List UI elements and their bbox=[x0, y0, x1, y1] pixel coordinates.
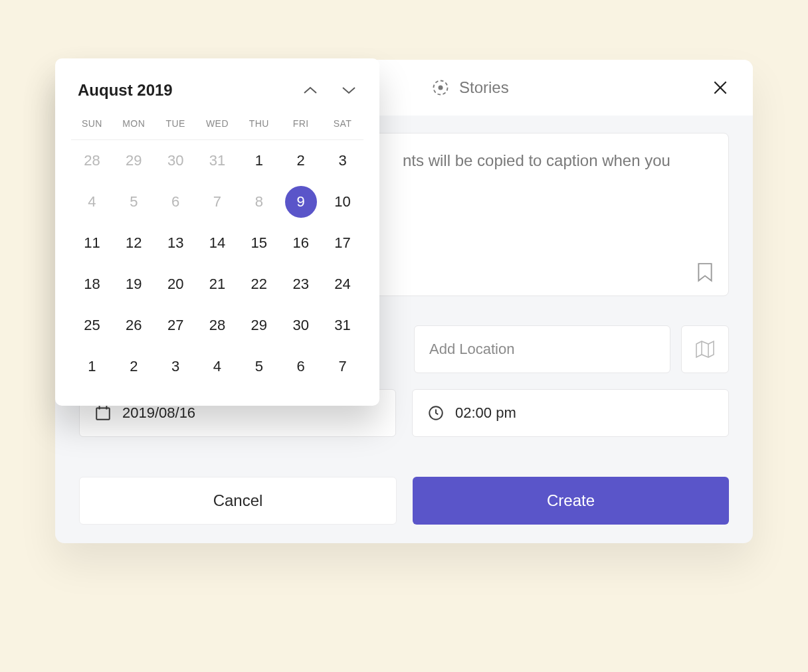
calendar-dow-row: SUNMONTUEWEDTHUFRISAT bbox=[71, 112, 363, 140]
calendar-day[interactable]: 31 bbox=[322, 305, 363, 346]
date-value: 2019/08/16 bbox=[122, 404, 195, 422]
calendar-day[interactable]: 3 bbox=[322, 140, 363, 181]
stories-tab[interactable]: Stories bbox=[431, 78, 509, 97]
calendar-header: Auqust 2019 bbox=[71, 81, 363, 112]
calendar-day[interactable]: 8 bbox=[238, 181, 280, 222]
calendar-day[interactable]: 21 bbox=[197, 264, 239, 305]
calendar-day[interactable]: 30 bbox=[280, 305, 322, 346]
close-icon-button[interactable] bbox=[712, 79, 729, 96]
calendar-day[interactable]: 16 bbox=[280, 222, 322, 264]
calendar-day[interactable]: 27 bbox=[155, 305, 197, 346]
calendar-day[interactable]: 20 bbox=[155, 264, 197, 305]
calendar-day[interactable]: 9 bbox=[280, 181, 322, 222]
action-row: Cancel Create bbox=[79, 477, 729, 525]
calendar-popover: Auqust 2019 SUNMONTUEWEDTHUFRISAT 282930… bbox=[55, 58, 379, 406]
calendar-day[interactable]: 6 bbox=[155, 181, 197, 222]
calendar-day[interactable]: 17 bbox=[322, 222, 363, 264]
calendar-day[interactable]: 19 bbox=[113, 264, 155, 305]
cancel-button[interactable]: Cancel bbox=[79, 477, 397, 525]
calendar-month-title: Auqust 2019 bbox=[78, 81, 302, 100]
calendar-day[interactable]: 2 bbox=[113, 346, 155, 387]
calendar-day[interactable]: 18 bbox=[71, 264, 113, 305]
clock-icon bbox=[427, 404, 445, 422]
calendar-day[interactable]: 7 bbox=[197, 181, 239, 222]
time-field[interactable]: 02:00 pm bbox=[412, 389, 729, 437]
calendar-day[interactable]: 24 bbox=[322, 264, 363, 305]
calendar-day[interactable]: 1 bbox=[71, 346, 113, 387]
calendar-day[interactable]: 1 bbox=[238, 140, 280, 181]
calendar-day[interactable]: 6 bbox=[280, 346, 322, 387]
calendar-day[interactable]: 29 bbox=[113, 140, 155, 181]
map-icon bbox=[695, 340, 715, 359]
calendar-day[interactable]: 3 bbox=[155, 346, 197, 387]
calendar-day[interactable]: 4 bbox=[71, 181, 113, 222]
map-button[interactable] bbox=[681, 325, 729, 373]
stories-label: Stories bbox=[459, 78, 509, 97]
calendar-dow: WED bbox=[197, 112, 239, 140]
calendar-day[interactable]: 31 bbox=[197, 140, 239, 181]
calendar-day[interactable]: 23 bbox=[280, 264, 322, 305]
calendar-day[interactable]: 14 bbox=[197, 222, 239, 264]
calendar-dow: FRI bbox=[280, 112, 322, 140]
calendar-day[interactable]: 13 bbox=[155, 222, 197, 264]
calendar-day[interactable]: 22 bbox=[238, 264, 280, 305]
stories-icon bbox=[431, 78, 450, 97]
chevron-down-icon[interactable] bbox=[341, 86, 357, 95]
chevron-up-icon[interactable] bbox=[302, 86, 318, 95]
calendar-cells: 2829303112345678910111213141516171819202… bbox=[71, 140, 363, 387]
calendar-day[interactable]: 5 bbox=[113, 181, 155, 222]
calendar-day[interactable]: 15 bbox=[238, 222, 280, 264]
calendar-day[interactable]: 28 bbox=[197, 305, 239, 346]
calendar-day[interactable]: 25 bbox=[71, 305, 113, 346]
calendar-dow: SAT bbox=[322, 112, 363, 140]
bookmark-icon[interactable] bbox=[696, 262, 714, 282]
calendar-dow: MON bbox=[113, 112, 155, 140]
svg-point-1 bbox=[439, 86, 442, 89]
calendar-dow: THU bbox=[238, 112, 280, 140]
calendar-day[interactable]: 28 bbox=[71, 140, 113, 181]
svg-rect-6 bbox=[96, 408, 110, 419]
create-post-modal: Stories nts will be copied to caption wh… bbox=[55, 60, 753, 543]
calendar-day[interactable]: 7 bbox=[322, 346, 363, 387]
calendar-day[interactable]: 10 bbox=[322, 181, 363, 222]
calendar-day[interactable]: 12 bbox=[113, 222, 155, 264]
calendar-day[interactable]: 30 bbox=[155, 140, 197, 181]
calendar-day[interactable]: 2 bbox=[280, 140, 322, 181]
location-input[interactable] bbox=[414, 325, 670, 373]
time-value: 02:00 pm bbox=[455, 404, 516, 422]
calendar-day[interactable]: 5 bbox=[238, 346, 280, 387]
calendar-day[interactable]: 11 bbox=[71, 222, 113, 264]
calendar-dow: SUN bbox=[71, 112, 113, 140]
calendar-day[interactable]: 29 bbox=[238, 305, 280, 346]
calendar-day[interactable]: 26 bbox=[113, 305, 155, 346]
calendar-dow: TUE bbox=[155, 112, 197, 140]
create-button[interactable]: Create bbox=[413, 477, 729, 525]
calendar-day[interactable]: 4 bbox=[197, 346, 239, 387]
calendar-icon bbox=[94, 404, 112, 422]
